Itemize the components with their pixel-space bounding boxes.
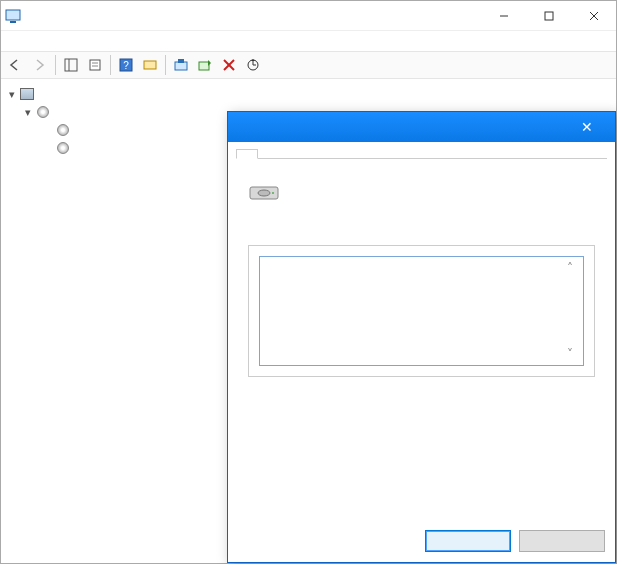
tab-volumes[interactable]: [280, 148, 302, 158]
back-button[interactable]: [5, 54, 27, 76]
optical-drive-icon: [248, 177, 280, 209]
svg-rect-16: [199, 62, 209, 70]
svg-rect-0: [6, 10, 20, 20]
computer-icon: [19, 86, 35, 102]
device-status-text[interactable]: ˄ ˅: [259, 256, 584, 366]
toolbar: ?: [1, 51, 616, 79]
svg-rect-1: [10, 21, 16, 23]
svg-rect-6: [65, 59, 77, 71]
show-hide-tree-button[interactable]: [60, 54, 82, 76]
ok-button[interactable]: [425, 530, 511, 552]
app-icon: [1, 8, 25, 24]
expand-icon[interactable]: [21, 106, 35, 119]
tab-dvd-region[interactable]: [258, 148, 280, 158]
cancel-button[interactable]: [519, 530, 605, 552]
tab-general[interactable]: [236, 149, 258, 159]
optical-drive-icon: [55, 122, 71, 138]
menu-help[interactable]: [59, 40, 75, 42]
maximize-button[interactable]: [526, 1, 571, 30]
svg-point-22: [272, 192, 274, 194]
svg-rect-3: [545, 12, 553, 20]
help-button[interactable]: ?: [115, 54, 137, 76]
menu-view[interactable]: [41, 40, 57, 42]
dialog-close-button[interactable]: ✕: [567, 119, 607, 135]
svg-text:?: ?: [123, 60, 129, 71]
optical-drive-icon: [55, 140, 71, 156]
minimize-button[interactable]: [481, 1, 526, 30]
tab-events[interactable]: [346, 148, 368, 158]
device-status-group: ˄ ˅: [248, 245, 595, 377]
svg-rect-8: [90, 60, 100, 70]
scan-button[interactable]: [139, 54, 161, 76]
optical-drive-icon: [35, 104, 51, 120]
tree-root[interactable]: [5, 85, 616, 103]
scroll-up-icon[interactable]: ˄: [567, 261, 581, 275]
dialog-titlebar: ✕: [228, 112, 615, 142]
scan-hardware-button[interactable]: [242, 54, 264, 76]
svg-rect-14: [175, 62, 187, 70]
enable-device-button[interactable]: [194, 54, 216, 76]
menu-bar: [1, 31, 616, 51]
svg-point-21: [258, 190, 270, 196]
properties-button[interactable]: [84, 54, 106, 76]
menu-action[interactable]: [23, 40, 39, 42]
svg-rect-15: [178, 59, 184, 63]
forward-button[interactable]: [29, 54, 51, 76]
tab-panel-general: ˄ ˅: [228, 159, 615, 385]
titlebar: [1, 1, 616, 31]
tab-driver[interactable]: [302, 148, 324, 158]
tab-details[interactable]: [324, 148, 346, 158]
uninstall-device-button[interactable]: [218, 54, 240, 76]
menu-file[interactable]: [5, 40, 21, 42]
dialog-tabs: [236, 148, 607, 159]
expand-icon[interactable]: [5, 88, 19, 101]
device-properties-dialog: ✕: [227, 111, 616, 563]
close-button[interactable]: [571, 1, 616, 30]
svg-rect-13: [144, 61, 156, 69]
device-manager-window: ?: [0, 0, 617, 564]
status-scrollbar[interactable]: ˄ ˅: [567, 261, 581, 361]
scroll-down-icon[interactable]: ˅: [567, 347, 581, 361]
update-driver-button[interactable]: [170, 54, 192, 76]
